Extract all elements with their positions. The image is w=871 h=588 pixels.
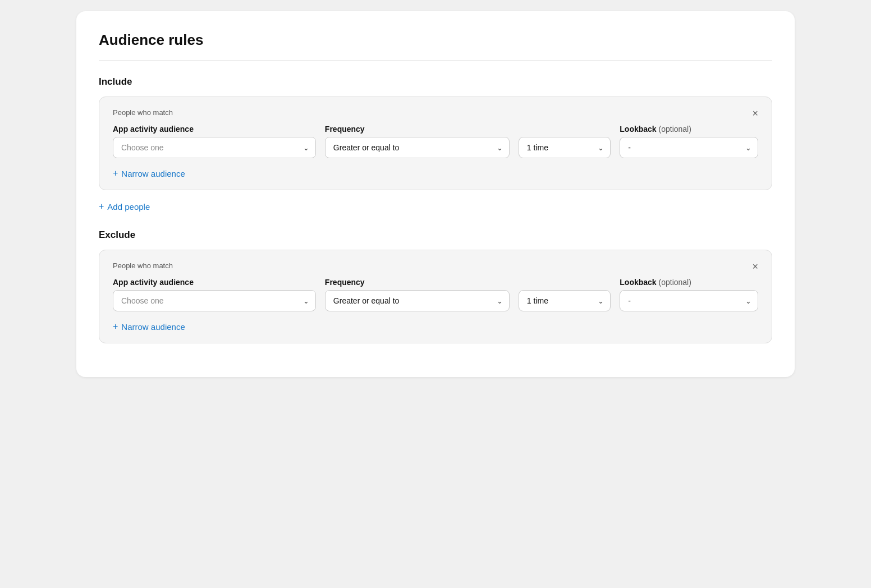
exclude-narrow-audience-button[interactable]: + Narrow audience	[113, 321, 185, 332]
include-close-button[interactable]: ×	[750, 107, 760, 120]
include-frequency-label: Frequency	[325, 125, 510, 134]
include-times-label	[519, 125, 611, 134]
include-narrow-audience-button[interactable]: + Narrow audience	[113, 168, 185, 178]
exclude-frequency-select[interactable]: Greater or equal to Less than Equal to	[325, 290, 510, 311]
exclude-lookback-select-wrapper: - 7 days 14 days 30 days 60 days 90 days…	[620, 290, 758, 311]
include-lookback-select[interactable]: - 7 days 14 days 30 days 60 days 90 days	[620, 137, 758, 158]
exclude-lookback-group: Lookback (optional) - 7 days 14 days 30 …	[620, 278, 758, 311]
exclude-narrow-plus-icon: +	[113, 321, 118, 332]
include-app-audience-select-wrapper: Choose one ⌄	[113, 137, 316, 158]
include-rule-box: People who match × App activity audience…	[99, 97, 772, 190]
exclude-narrow-audience-label: Narrow audience	[121, 322, 185, 332]
include-lookback-select-wrapper: - 7 days 14 days 30 days 60 days 90 days…	[620, 137, 758, 158]
page-title: Audience rules	[99, 31, 772, 49]
add-people-button[interactable]: + Add people	[99, 201, 150, 212]
exclude-lookback-label: Lookback (optional)	[620, 278, 758, 287]
include-narrow-plus-icon: +	[113, 168, 118, 178]
main-card: Audience rules Include People who match …	[76, 11, 795, 377]
add-people-plus-icon: +	[99, 201, 104, 212]
include-section-label: Include	[99, 76, 772, 88]
include-narrow-audience-label: Narrow audience	[121, 169, 185, 178]
include-frequency-group: Frequency Greater or equal to Less than …	[325, 125, 510, 158]
include-app-audience-label: App activity audience	[113, 125, 316, 134]
exclude-frequency-group: Frequency Greater or equal to Less than …	[325, 278, 510, 311]
include-app-audience-select[interactable]: Choose one	[113, 137, 316, 158]
include-times-select[interactable]: 1 time 2 times 3 times 5 times 10 times	[519, 137, 611, 158]
include-lookback-label: Lookback (optional)	[620, 125, 758, 134]
exclude-app-audience-label: App activity audience	[113, 278, 316, 287]
exclude-times-group: 1 time 2 times 3 times 5 times 10 times …	[519, 278, 611, 311]
include-app-audience-group: App activity audience Choose one ⌄	[113, 125, 316, 158]
exclude-times-select-wrapper: 1 time 2 times 3 times 5 times 10 times …	[519, 290, 611, 311]
include-frequency-select-wrapper: Greater or equal to Less than Equal to ⌄	[325, 137, 510, 158]
exclude-times-select[interactable]: 1 time 2 times 3 times 5 times 10 times	[519, 290, 611, 311]
include-times-select-wrapper: 1 time 2 times 3 times 5 times 10 times …	[519, 137, 611, 158]
exclude-app-audience-group: App activity audience Choose one ⌄	[113, 278, 316, 311]
exclude-lookback-select[interactable]: - 7 days 14 days 30 days 60 days 90 days	[620, 290, 758, 311]
include-fields-row: App activity audience Choose one ⌄ Frequ…	[113, 125, 758, 158]
add-people-label: Add people	[107, 202, 150, 212]
exclude-times-label	[519, 278, 611, 287]
exclude-fields-row: App activity audience Choose one ⌄ Frequ…	[113, 278, 758, 311]
divider	[99, 60, 772, 61]
exclude-app-audience-select[interactable]: Choose one	[113, 290, 316, 311]
include-frequency-select[interactable]: Greater or equal to Less than Equal to	[325, 137, 510, 158]
exclude-close-button[interactable]: ×	[750, 260, 760, 273]
exclude-section-label: Exclude	[99, 229, 772, 241]
exclude-app-audience-select-wrapper: Choose one ⌄	[113, 290, 316, 311]
include-times-group: 1 time 2 times 3 times 5 times 10 times …	[519, 125, 611, 158]
exclude-people-who-match: People who match	[113, 261, 758, 270]
include-lookback-group: Lookback (optional) - 7 days 14 days 30 …	[620, 125, 758, 158]
exclude-rule-box: People who match × App activity audience…	[99, 250, 772, 343]
include-people-who-match: People who match	[113, 108, 758, 117]
exclude-frequency-label: Frequency	[325, 278, 510, 287]
exclude-frequency-select-wrapper: Greater or equal to Less than Equal to ⌄	[325, 290, 510, 311]
